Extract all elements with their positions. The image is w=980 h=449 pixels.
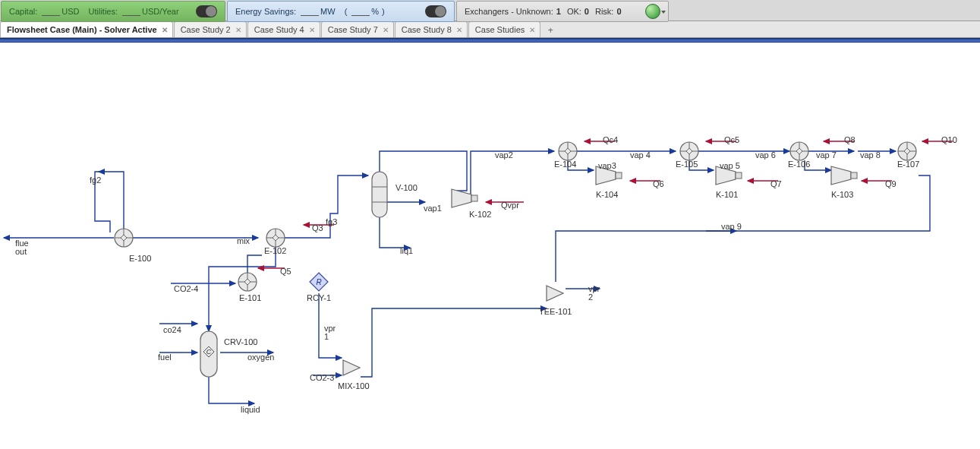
svg-text:vpr1: vpr1: [324, 324, 336, 341]
svg-text:fg3: fg3: [326, 217, 337, 226]
close-icon[interactable]: ✕: [162, 26, 168, 34]
svg-text:K-104: K-104: [596, 190, 618, 199]
close-icon[interactable]: ✕: [456, 26, 462, 34]
svg-text:Qc4: Qc4: [603, 135, 618, 144]
svg-text:Q9: Q9: [885, 179, 896, 188]
ok-label: OK:: [567, 7, 581, 16]
tab-label: Case Studies: [475, 25, 525, 34]
unit-e105[interactable]: [680, 142, 698, 160]
energy-pct-value: [351, 7, 370, 16]
tab-bar: Flowsheet Case (Main) - Solver Active ✕ …: [0, 21, 980, 38]
close-icon[interactable]: ✕: [529, 26, 535, 34]
capital-label: Capital:: [9, 7, 37, 16]
tab-case-study-2[interactable]: Case Study 2 ✕: [174, 21, 247, 37]
energy-toggle[interactable]: [425, 5, 446, 17]
exchangers-pill[interactable]: Exchangers - Unknown: 1 OK: 0 Risk: 0: [456, 1, 669, 22]
svg-text:vap 7: vap 7: [816, 150, 837, 160]
close-icon[interactable]: ✕: [383, 26, 389, 34]
svg-text:vap 6: vap 6: [755, 150, 776, 160]
svg-text:Q10: Q10: [941, 135, 957, 144]
capital-value: [42, 7, 60, 16]
label-e100: E-100: [129, 254, 151, 263]
svg-text:TEE-101: TEE-101: [539, 307, 572, 316]
svg-text:K-101: K-101: [716, 190, 738, 199]
unit-e100[interactable]: [115, 229, 133, 247]
unit-v100[interactable]: [372, 172, 387, 217]
tab-case-studies[interactable]: Case Studies ✕: [468, 21, 540, 37]
risk-label: Risk:: [595, 7, 613, 16]
svg-text:vap 9: vap 9: [721, 222, 742, 231]
svg-text:Q6: Q6: [653, 179, 664, 188]
utilities-unit: USD/Year: [142, 7, 179, 16]
svg-text:Qvpr: Qvpr: [501, 201, 519, 210]
label-e101: E-101: [239, 293, 261, 302]
unit-k103[interactable]: [831, 166, 857, 185]
utilities-label: Utilities:: [89, 7, 118, 16]
svg-text:Q3: Q3: [312, 223, 323, 232]
close-icon[interactable]: ✕: [309, 26, 315, 34]
tab-label: Case Study 7: [328, 25, 378, 34]
unit-e101[interactable]: [238, 273, 257, 291]
tab-label: Case Study 2: [181, 25, 231, 34]
unit-e104[interactable]: [559, 142, 577, 160]
unit-e107[interactable]: [898, 142, 916, 160]
svg-text:vap3: vap3: [598, 161, 616, 170]
tab-flowsheet-main[interactable]: Flowsheet Case (Main) - Solver Active ✕: [0, 21, 173, 37]
svg-text:vpr2: vpr2: [588, 284, 600, 302]
energy-label: Energy Savings:: [235, 7, 296, 16]
svg-text:E-106: E-106: [788, 160, 810, 169]
close-icon[interactable]: ✕: [235, 26, 241, 34]
unit-mix100[interactable]: [343, 360, 360, 375]
add-tab-button[interactable]: +: [544, 25, 556, 37]
svg-text:K-102: K-102: [469, 210, 491, 219]
energy-pill[interactable]: Energy Savings: MW ( % ): [227, 1, 455, 22]
capital-unit: USD: [61, 7, 79, 16]
unit-e102[interactable]: [266, 229, 285, 247]
tab-case-study-4[interactable]: Case Study 4 ✕: [247, 21, 320, 37]
label-e102: E-102: [264, 246, 286, 255]
tab-case-study-7[interactable]: Case Study 7 ✕: [321, 21, 394, 37]
tab-label: Case Study 8: [402, 25, 452, 34]
svg-text:CO2-3: CO2-3: [310, 373, 334, 382]
svg-text:V-100: V-100: [395, 183, 418, 192]
svg-text:fg2: fg2: [90, 175, 101, 185]
svg-text:liq1: liq1: [400, 246, 413, 255]
exch-label: Exchangers - Unknown:: [465, 7, 553, 16]
svg-text:liquid: liquid: [241, 405, 260, 414]
risk-val: 0: [616, 7, 621, 16]
svg-text:fuel: fuel: [158, 353, 172, 362]
svg-text:Q5: Q5: [280, 267, 291, 276]
energy-pct-unit: %: [371, 7, 379, 16]
svg-text:oxygen: oxygen: [247, 353, 274, 362]
unit-e106[interactable]: [790, 142, 808, 160]
flowsheet-canvas[interactable]: C R: [0, 43, 980, 449]
status-bar: Capital: USD Utilities: USD/Year Energy …: [0, 0, 980, 21]
tab-case-study-8[interactable]: Case Study 8 ✕: [395, 21, 468, 37]
svg-text:CO2-4: CO2-4: [174, 284, 198, 293]
unit-crv100[interactable]: [200, 331, 217, 377]
svg-text:vap1: vap1: [424, 204, 442, 213]
svg-text:E-107: E-107: [897, 160, 919, 169]
svg-text:Q8: Q8: [844, 135, 856, 144]
economics-pill[interactable]: Capital: USD Utilities: USD/Year: [1, 1, 225, 22]
exch-val: 1: [556, 7, 561, 16]
unit-tee101[interactable]: [547, 286, 563, 301]
label-e104: E-104: [554, 160, 576, 169]
tab-label: Flowsheet Case (Main) - Solver Active: [7, 25, 157, 34]
svg-text:vap 5: vap 5: [720, 161, 740, 170]
svg-text:RCY-1: RCY-1: [307, 293, 331, 302]
svg-text:vap 8: vap 8: [860, 150, 881, 160]
svg-text:K-103: K-103: [831, 190, 853, 199]
svg-text:Qc5: Qc5: [724, 135, 739, 144]
svg-text:co24: co24: [163, 325, 181, 334]
svg-text:Q7: Q7: [770, 179, 782, 188]
ok-val: 0: [585, 7, 589, 16]
unit-k102[interactable]: [452, 189, 477, 207]
energy-mw-unit: MW: [320, 7, 336, 16]
economics-toggle[interactable]: [196, 5, 217, 17]
unit-rcy1[interactable]: [310, 273, 328, 291]
refresh-icon[interactable]: [645, 4, 660, 19]
utilities-value: [122, 7, 140, 16]
energy-mw-value: [301, 7, 319, 16]
svg-text:mix: mix: [237, 236, 251, 245]
